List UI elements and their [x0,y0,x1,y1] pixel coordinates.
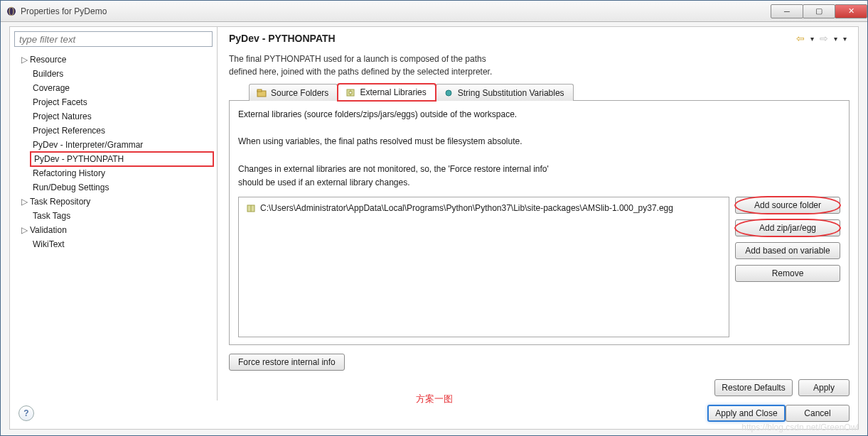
minimize-button[interactable]: ─ [771,4,803,18]
eclipse-icon [6,6,16,16]
tree-item-project-natures[interactable]: Project Natures [17,109,217,124]
forward-button[interactable]: ⇨ [817,31,831,45]
description: The final PYTHONPATH used for a launch i… [229,53,850,78]
force-restore-button[interactable]: Force restore internal info [229,354,345,371]
tree-item-builders[interactable]: Builders [17,67,217,81]
tree-item-pydev-pythonpath[interactable]: PyDev - PYTHONPATH [30,151,214,167]
remove-button[interactable]: Remove [735,265,840,282]
back-menu[interactable]: ▾ [808,35,817,43]
forward-menu[interactable]: ▾ [831,35,840,43]
page-title: PyDev - PYTHONPATH [229,33,793,44]
tab-content-external: External libraries (source folders/zips/… [229,100,850,345]
external-libraries-list[interactable]: C:\Users\Administrator\AppData\Local\Pro… [238,197,729,337]
archive-icon [246,203,256,213]
svg-point-0 [7,7,16,16]
tree-item-pydev-interpreter[interactable]: PyDev - Interpreter/Grammar [17,138,217,152]
tree-item-refactoring-history[interactable]: Refactoring History [17,166,217,180]
window-title: Properties for PyDemo [21,6,107,16]
tab-source-folders[interactable]: Source Folders [249,84,338,101]
tree-item-wikitext[interactable]: WikiText [17,237,217,251]
view-menu[interactable]: ▾ [840,35,850,43]
apply-button[interactable]: Apply [798,379,850,396]
tree-item-validation[interactable]: ▷Validation [17,223,217,237]
tree-item-resource[interactable]: ▷Resource [17,53,217,67]
tab-bar: Source Folders External Libraries String… [249,84,850,101]
tree-item-rundebug[interactable]: Run/Debug Settings [17,180,217,195]
close-button[interactable]: ✕ [835,4,867,18]
add-source-folder-button[interactable]: Add source folder [735,197,840,214]
tab-external-libraries[interactable]: External Libraries [338,84,435,101]
cancel-button[interactable]: Cancel [786,405,850,422]
add-based-on-variable-button[interactable]: Add based on variable [735,242,840,259]
archive-icon [345,87,355,97]
help-button[interactable]: ? [18,405,34,421]
tab-string-substitution[interactable]: String Substitution Variables [436,84,574,101]
apply-and-close-button[interactable]: Apply and Close [707,405,786,422]
bullet-icon [444,88,454,98]
tree-item-task-repository[interactable]: ▷Task Repository [17,195,217,209]
back-button[interactable]: ⇦ [793,31,808,45]
tree-item-coverage[interactable]: Coverage [17,81,217,95]
svg-point-7 [446,90,451,96]
maximize-button[interactable]: ▢ [803,4,835,18]
list-item[interactable]: C:\Users\Administrator\AppData\Local\Pro… [243,202,724,214]
folder-package-icon [257,88,267,98]
left-panel: ▷Resource Builders Coverage Project Face… [10,27,218,400]
titlebar: Properties for PyDemo ─ ▢ ✕ [1,1,867,22]
library-path: C:\Users\Administrator\AppData\Local\Pro… [260,203,673,213]
filter-input[interactable] [14,31,213,47]
tree-item-project-references[interactable]: Project References [17,124,217,138]
add-zip-jar-egg-button[interactable]: Add zip/jar/egg [735,219,840,236]
svg-rect-3 [257,89,262,92]
property-tree[interactable]: ▷Resource Builders Coverage Project Face… [10,51,217,400]
tree-item-project-facets[interactable]: Project Facets [17,95,217,109]
tree-item-task-tags[interactable]: Task Tags [17,209,217,223]
right-panel: PyDev - PYTHONPATH ⇦ ▾ ⇨ ▾ ▾ The final P… [218,27,858,400]
restore-defaults-button[interactable]: Restore Defaults [714,379,793,396]
svg-rect-6 [349,92,352,94]
